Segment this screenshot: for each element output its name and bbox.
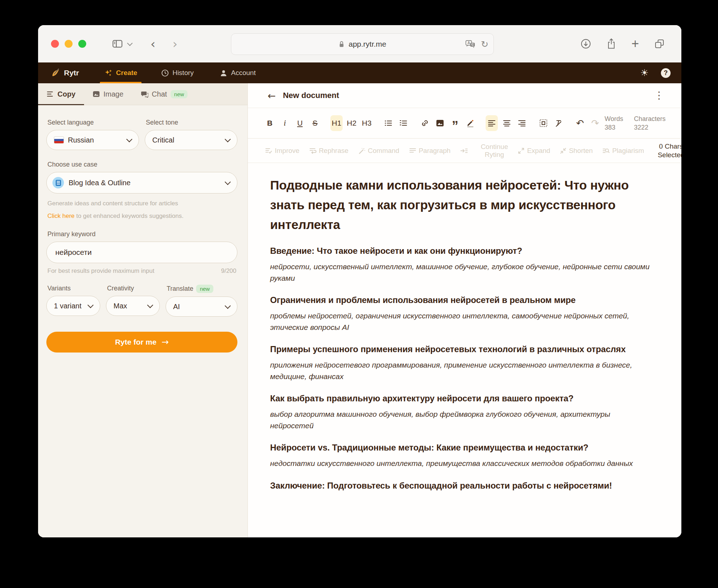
theme-toggle-icon[interactable]: ☀: [640, 68, 649, 78]
redo-button[interactable]: ↷: [589, 115, 601, 131]
align-left-button[interactable]: [486, 115, 498, 131]
underline-button[interactable]: U: [294, 115, 306, 131]
undo-button[interactable]: ↶: [574, 115, 586, 131]
plagiarism-button[interactable]: Plagiarism: [602, 147, 644, 155]
use-case-select[interactable]: Blog Idea & Outline: [46, 172, 237, 193]
section-keywords: приложения нейросетевого программировани…: [270, 359, 653, 382]
click-here-link[interactable]: Click here: [47, 213, 75, 219]
rytr-brand[interactable]: Rytr: [51, 68, 79, 78]
nav-history[interactable]: History: [154, 62, 200, 83]
document-name[interactable]: New document: [283, 91, 339, 100]
bold-button[interactable]: B: [264, 115, 276, 131]
screenshot-stage: ‹ › app.rytr.me A: [0, 0, 718, 588]
link-button[interactable]: [419, 115, 431, 131]
translate-select[interactable]: AI: [166, 297, 237, 317]
reload-icon[interactable]: ↻: [481, 39, 488, 50]
tab-copy[interactable]: Copy: [38, 83, 84, 105]
translate-value: AI: [173, 303, 180, 311]
blockquote-button[interactable]: ”: [449, 112, 461, 134]
svg-text:A: A: [467, 41, 470, 45]
tone-select[interactable]: Critical: [145, 130, 237, 150]
align-right-button[interactable]: [516, 115, 528, 131]
history-clock-icon: [161, 69, 169, 77]
chevron-down-icon: [225, 136, 231, 142]
section-heading: Как выбрать правильную архитектуру нейро…: [270, 393, 636, 404]
tab-image[interactable]: Image: [84, 83, 132, 105]
close-window-button[interactable]: [51, 40, 59, 48]
command-button[interactable]: Command: [358, 147, 399, 155]
paragraph-button[interactable]: Paragraph: [409, 147, 451, 155]
zoom-window-button[interactable]: [78, 40, 86, 48]
use-case-label: Choose use case: [47, 161, 237, 168]
nav-create[interactable]: Create: [98, 62, 144, 83]
chevron-down-icon: [88, 302, 94, 308]
numbered-list-button[interactable]: [397, 115, 409, 131]
back-arrow-icon[interactable]: ←: [268, 91, 276, 101]
document-title: Подводные камни использования нейросетей…: [270, 175, 635, 234]
section-heading: Примеры успешного применения нейросетевы…: [270, 344, 636, 355]
nav-account[interactable]: Account: [213, 62, 262, 83]
address-bar[interactable]: app.rytr.me A: [231, 33, 494, 55]
keyword-counter: 9/200: [221, 267, 236, 275]
section-keywords: проблемы нейросетей, ограничения искусст…: [270, 310, 653, 333]
help-icon[interactable]: ?: [661, 68, 671, 78]
text-color-pen-button[interactable]: [464, 115, 476, 131]
bullet-list-button[interactable]: [382, 115, 394, 131]
rephrase-button[interactable]: Rephrase: [309, 147, 348, 155]
document-body[interactable]: Подводные камни использования нейросетей…: [248, 163, 681, 537]
chevron-down-icon[interactable]: [127, 40, 133, 46]
h3-button[interactable]: H3: [361, 115, 373, 131]
language-select[interactable]: Russian: [46, 130, 139, 150]
forward-button[interactable]: ›: [173, 38, 178, 50]
tab-chat[interactable]: Chat new: [132, 83, 196, 105]
insert-content-icon[interactable]: [460, 148, 468, 154]
select-all-button[interactable]: [537, 115, 550, 131]
variants-select[interactable]: 1 variant: [46, 296, 100, 316]
improve-button[interactable]: Improve: [265, 147, 300, 155]
primary-keyword-label: Primary keyword: [47, 230, 237, 238]
tab-copy-label: Copy: [57, 90, 75, 98]
clear-formatting-button[interactable]: [552, 115, 565, 131]
insert-image-button[interactable]: [434, 115, 446, 131]
language-value: Russian: [68, 136, 94, 144]
primary-keyword-input[interactable]: [46, 242, 237, 263]
align-center-button[interactable]: [501, 115, 513, 131]
traffic-lights: [51, 40, 86, 48]
rytr-logo-icon: [51, 68, 60, 78]
back-button[interactable]: ‹: [150, 38, 156, 50]
suggestion-suffix: to get enhanced keywords suggestions.: [75, 213, 184, 219]
new-tab-icon[interactable]: +: [631, 37, 639, 50]
chat-new-badge: new: [171, 90, 188, 98]
tone-value: Critical: [152, 136, 174, 144]
h1-button[interactable]: H1: [330, 115, 343, 131]
ryte-for-me-button[interactable]: Ryte for me →: [46, 332, 237, 353]
italic-button[interactable]: i: [279, 115, 291, 131]
chevron-down-icon: [147, 302, 153, 308]
nav-create-label: Create: [116, 69, 137, 77]
translate-icon[interactable]: A: [465, 39, 476, 49]
share-icon[interactable]: [606, 38, 616, 50]
sidebar-tabs: Copy Image: [38, 83, 247, 105]
chevron-down-icon: [225, 179, 231, 185]
expand-button[interactable]: Expand: [518, 147, 550, 155]
blog-use-case-icon: [52, 177, 64, 188]
continue-ryting-button[interactable]: Continue Ryting: [478, 143, 511, 159]
kebab-menu-icon[interactable]: ⋮: [654, 90, 664, 101]
lock-icon: [338, 40, 345, 48]
creativity-select[interactable]: Max: [106, 296, 160, 316]
sidebar-toggle-icon[interactable]: [112, 39, 123, 48]
shorten-button[interactable]: Shorten: [560, 147, 593, 155]
use-case-help: Generate ideas and content structure for…: [47, 199, 237, 208]
strikethrough-button[interactable]: S: [309, 115, 321, 131]
tab-overview-icon[interactable]: [654, 38, 665, 49]
minimize-window-button[interactable]: [65, 40, 73, 48]
document-stats: Words 383 Characters 3222: [604, 115, 666, 132]
downloads-icon[interactable]: [580, 38, 591, 49]
nav-account-label: Account: [231, 69, 256, 77]
format-toolbar: B i U S H1 H2 H3: [248, 108, 681, 139]
creativity-value: Max: [114, 302, 127, 310]
h2-button[interactable]: H2: [346, 115, 358, 131]
language-label: Select language: [47, 119, 139, 126]
selection-counter: 0 Chars Selected: [654, 142, 681, 159]
chevron-down-icon: [126, 136, 133, 142]
